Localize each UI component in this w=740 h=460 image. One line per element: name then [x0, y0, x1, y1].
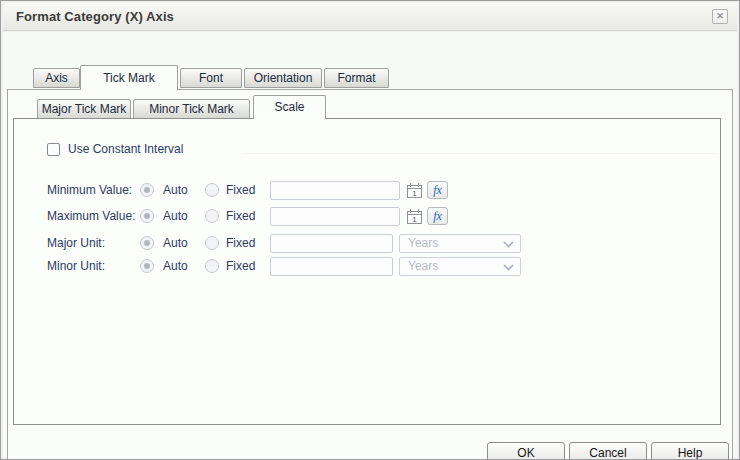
major-unit-select-value: Years — [408, 236, 438, 250]
major-unit-select[interactable]: Years — [399, 234, 521, 253]
chevron-down-icon — [503, 241, 514, 248]
help-button[interactable]: Help — [651, 442, 729, 460]
subtab-major-tick-mark[interactable]: Major Tick Mark — [37, 99, 131, 119]
maximum-auto-radio[interactable] — [140, 209, 154, 223]
minimum-value-row: Minimum Value: Auto Fixed 1 fx — [3, 181, 737, 201]
major-unit-auto-radio[interactable] — [140, 236, 154, 250]
ok-button[interactable]: OK — [487, 442, 565, 460]
minimum-value-label: Minimum Value: — [47, 183, 132, 197]
minor-unit-input[interactable] — [270, 257, 393, 276]
minor-unit-label: Minor Unit: — [47, 259, 105, 273]
minimum-value-input[interactable] — [270, 181, 400, 200]
use-constant-interval-label: Use Constant Interval — [68, 142, 183, 156]
cancel-button[interactable]: Cancel — [569, 442, 647, 460]
format-axis-dialog: Format Category (X) Axis ✕ Axis Tick Mar… — [0, 0, 740, 460]
dialog-titlebar: Format Category (X) Axis ✕ — [3, 3, 737, 31]
tab-axis[interactable]: Axis — [33, 68, 80, 88]
maximum-value-label: Maximum Value: — [47, 209, 135, 223]
tab-font[interactable]: Font — [180, 68, 242, 88]
tab-orientation[interactable]: Orientation — [244, 68, 322, 88]
minimum-auto-label: Auto — [163, 183, 188, 197]
calendar-icon[interactable]: 1 — [406, 208, 423, 225]
maximum-fixed-radio[interactable] — [205, 209, 219, 223]
formula-fx-button[interactable]: fx — [427, 207, 448, 225]
svg-text:1: 1 — [412, 215, 417, 224]
formula-fx-button[interactable]: fx — [427, 181, 448, 199]
minor-unit-select-value: Years — [408, 259, 438, 273]
minor-unit-fixed-label: Fixed — [226, 259, 255, 273]
major-unit-label: Major Unit: — [47, 236, 105, 250]
maximum-value-row: Maximum Value: Auto Fixed 1 fx — [3, 207, 737, 227]
minor-unit-select[interactable]: Years — [399, 257, 521, 276]
minor-unit-fixed-radio[interactable] — [205, 259, 219, 273]
minor-unit-auto-radio[interactable] — [140, 259, 154, 273]
major-unit-fixed-radio[interactable] — [205, 236, 219, 250]
major-unit-fixed-label: Fixed — [226, 236, 255, 250]
group-separator-line — [243, 153, 717, 154]
close-icon[interactable]: ✕ — [712, 9, 728, 24]
minimum-fixed-radio[interactable] — [205, 183, 219, 197]
maximum-value-input[interactable] — [270, 207, 400, 226]
use-constant-interval-checkbox[interactable] — [47, 143, 60, 156]
dialog-title: Format Category (X) Axis — [16, 9, 174, 24]
minor-unit-auto-label: Auto — [163, 259, 188, 273]
dialog-content: Axis Tick Mark Font Orientation Format M… — [3, 32, 737, 457]
subtab-minor-tick-mark[interactable]: Minor Tick Mark — [133, 99, 250, 119]
calendar-icon[interactable]: 1 — [406, 182, 423, 199]
tab-tick-mark[interactable]: Tick Mark — [80, 65, 178, 90]
minimum-fixed-label: Fixed — [226, 183, 255, 197]
major-unit-row: Major Unit: Auto Fixed Years — [3, 234, 737, 254]
svg-text:1: 1 — [412, 189, 417, 198]
minimum-auto-radio[interactable] — [140, 183, 154, 197]
minor-unit-row: Minor Unit: Auto Fixed Years — [3, 257, 737, 277]
maximum-fixed-label: Fixed — [226, 209, 255, 223]
maximum-auto-label: Auto — [163, 209, 188, 223]
chevron-down-icon — [503, 264, 514, 271]
tab-format[interactable]: Format — [324, 68, 389, 88]
subtab-scale[interactable]: Scale — [253, 95, 326, 119]
major-unit-input[interactable] — [270, 234, 393, 253]
major-unit-auto-label: Auto — [163, 236, 188, 250]
